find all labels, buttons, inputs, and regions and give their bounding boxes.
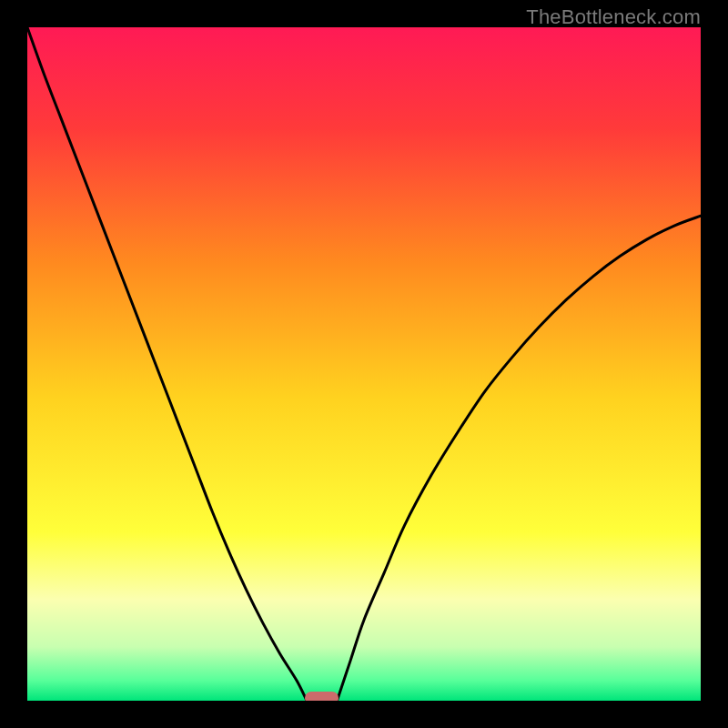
svg-rect-0	[27, 27, 701, 701]
plot-area	[27, 27, 701, 701]
watermark-text: TheBottleneck.com	[526, 5, 701, 29]
background-gradient	[27, 27, 701, 701]
bottleneck-marker	[305, 692, 339, 701]
